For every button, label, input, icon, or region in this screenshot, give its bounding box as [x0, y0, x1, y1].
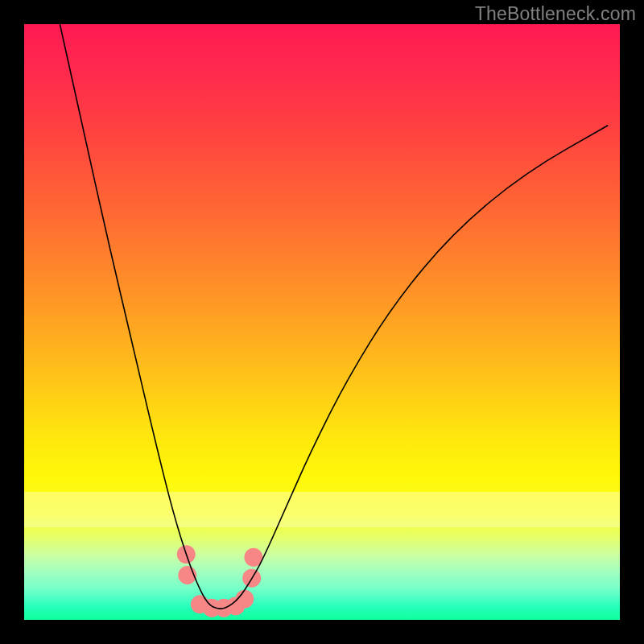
- bottleneck-curve-path: [60, 24, 608, 609]
- curve-svg: [24, 24, 620, 620]
- watermark-text: TheBottleneck.com: [475, 3, 636, 25]
- chart-frame: TheBottleneck.com: [0, 0, 644, 644]
- plot-area: [24, 24, 620, 620]
